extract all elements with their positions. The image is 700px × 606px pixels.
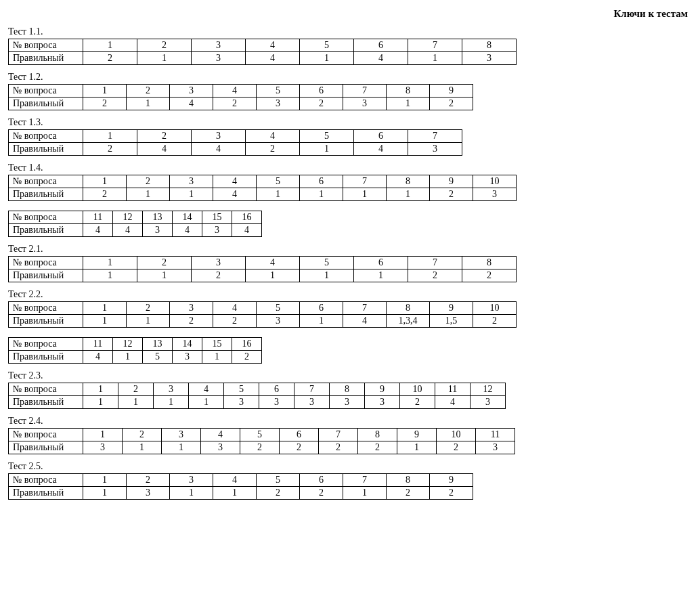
answer-cell: 3 [365, 396, 400, 409]
question-number-cell: 8 [330, 383, 365, 396]
answer-table-continuation: № вопроса111213141516Правильный443434 [8, 211, 262, 237]
answer-table: № вопроса1234567891011Правильный31132222… [8, 428, 515, 454]
question-number-cell: 4 [189, 383, 224, 396]
question-number-cell: 3 [170, 175, 213, 188]
question-number-cell: 5 [300, 39, 354, 52]
answer-cell: 3 [173, 351, 202, 364]
question-number-cell: 2 [127, 85, 170, 98]
row-header-question: № вопроса [9, 130, 83, 143]
answer-cell: 1 [354, 269, 408, 282]
question-number-cell: 15 [202, 338, 232, 351]
row-header-question: № вопроса [9, 429, 83, 441]
question-number-cell: 10 [473, 175, 517, 188]
answer-cell: 2 [280, 441, 319, 454]
question-number-cell: 6 [354, 130, 408, 143]
answer-cell: 3 [462, 52, 517, 65]
answer-cell: 4 [232, 224, 262, 237]
answer-cell: 2 [257, 487, 300, 500]
answer-cell: 3 [408, 143, 462, 156]
question-number-cell: 1 [83, 474, 127, 487]
question-number-cell: 5 [300, 257, 354, 269]
test-label: Тест 1.2. [8, 72, 692, 83]
question-number-cell: 11 [435, 383, 471, 396]
question-number-cell: 9 [430, 85, 473, 98]
answer-cell: 1 [170, 487, 213, 500]
row-header-question: № вопроса [9, 257, 83, 269]
question-number-cell: 4 [213, 85, 257, 98]
row-header-correct: Правильный [9, 351, 83, 364]
question-number-cell: 5 [240, 429, 280, 441]
test-label: Тест 1.4. [8, 163, 692, 173]
answer-cell: 3 [476, 441, 515, 454]
row-header-correct: Правильный [9, 143, 83, 156]
answer-cell: 3 [127, 487, 170, 500]
answer-table-continuation: № вопроса111213141516Правильный415312 [8, 337, 262, 364]
answer-cell: 4 [354, 143, 408, 156]
question-number-cell: 1 [83, 39, 137, 52]
answer-table: № вопроса12345678Правильный21341413 [8, 39, 517, 65]
answer-cell: 2 [213, 315, 257, 328]
answer-cell: 1 [202, 351, 232, 364]
answer-table: № вопроса1234567Правильный2442143 [8, 129, 462, 156]
answer-cell: 1 [137, 269, 192, 282]
question-number-cell: 7 [408, 130, 462, 143]
question-number-cell: 3 [192, 257, 246, 269]
question-number-cell: 7 [343, 302, 387, 315]
answer-cell: 2 [430, 188, 473, 201]
question-number-cell: 2 [137, 257, 192, 269]
question-number-cell: 15 [202, 211, 232, 224]
answer-cell: 1 [213, 487, 257, 500]
question-number-cell: 2 [127, 175, 170, 188]
question-number-cell: 6 [259, 383, 294, 396]
question-number-cell: 2 [137, 39, 192, 52]
answer-cell: 2 [387, 487, 430, 500]
answer-cell: 2 [300, 487, 343, 500]
question-number-cell: 1 [83, 130, 137, 143]
test-label: Тест 1.3. [8, 117, 692, 128]
question-number-cell: 9 [365, 383, 400, 396]
answer-table: № вопроса123456789101112Правильный111133… [8, 383, 506, 409]
question-number-cell: 10 [437, 429, 476, 441]
row-header-question: № вопроса [9, 302, 83, 315]
answer-cell: 1 [300, 269, 354, 282]
answer-cell: 2 [240, 441, 280, 454]
question-number-cell: 3 [170, 474, 213, 487]
answer-cell: 1 [387, 98, 430, 110]
question-number-cell: 16 [232, 211, 262, 224]
answer-table: № вопроса123456789Правильный214232312 [8, 84, 473, 110]
answer-cell: 1 [127, 188, 170, 201]
question-number-cell: 7 [408, 39, 462, 52]
question-number-cell: 6 [280, 429, 319, 441]
answer-cell: 4 [343, 315, 387, 328]
answer-cell: 4 [113, 224, 143, 237]
answer-cell: 2 [319, 441, 358, 454]
answer-cell: 2 [170, 315, 213, 328]
answer-cell: 1 [123, 441, 162, 454]
test-label: Тест 2.1. [8, 244, 692, 255]
answer-cell: 1 [127, 98, 170, 110]
question-number-cell: 8 [387, 85, 430, 98]
question-number-cell: 2 [127, 302, 170, 315]
answer-cell: 1 [408, 52, 462, 65]
answer-cell: 1 [137, 52, 192, 65]
question-number-cell: 3 [170, 302, 213, 315]
question-number-cell: 16 [232, 338, 262, 351]
test-label: Тест 2.4. [8, 416, 692, 427]
question-number-cell: 6 [300, 474, 343, 487]
answer-cell: 1 [246, 269, 300, 282]
answer-cell: 2 [358, 441, 397, 454]
answer-cell: 2 [192, 269, 246, 282]
answer-table: № вопроса12345678910Правильный11223141,3… [8, 301, 517, 328]
question-number-cell: 6 [300, 302, 343, 315]
answer-cell: 2 [83, 143, 137, 156]
question-number-cell: 6 [354, 39, 408, 52]
question-number-cell: 2 [127, 474, 170, 487]
question-number-cell: 3 [154, 383, 189, 396]
row-header-question: № вопроса [9, 338, 83, 351]
question-number-cell: 3 [192, 39, 246, 52]
answer-cell: 2 [430, 487, 473, 500]
question-number-cell: 7 [408, 257, 462, 269]
answer-cell: 4 [246, 52, 300, 65]
answer-cell: 2 [83, 98, 127, 110]
page-title: Ключи к тестам [8, 8, 692, 20]
